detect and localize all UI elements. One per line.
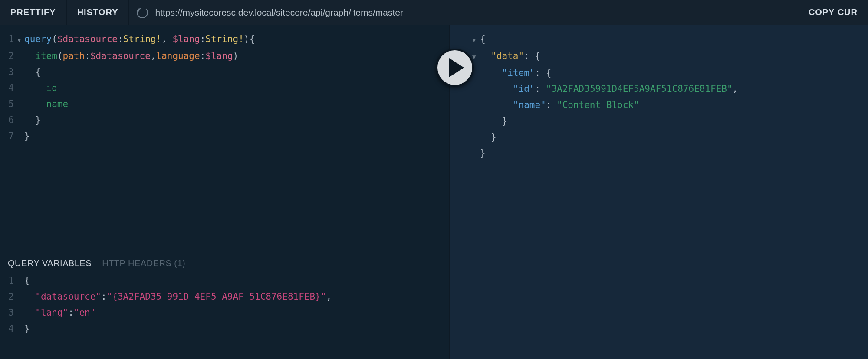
fold-caret-icon (17, 48, 24, 64)
fold-caret-icon (17, 112, 24, 128)
history-button[interactable]: HISTORY (67, 0, 129, 25)
fold-caret-icon[interactable]: ▼ (472, 31, 480, 48)
tab-http-headers[interactable]: HTTP HEADERS (1) (102, 258, 185, 268)
result-line: { (480, 31, 486, 48)
main-split: 1 ▼ query($datasource:String!, $lang:Str… (0, 25, 868, 359)
code-line: item(path:$datasource,language:$lang) (24, 48, 238, 64)
fold-caret-icon (17, 289, 24, 305)
result-line: "item": { (480, 65, 551, 81)
fold-caret-icon (472, 97, 480, 113)
fold-caret-icon (472, 113, 480, 129)
fold-caret-icon (472, 129, 480, 145)
line-number: 4 (0, 321, 17, 337)
line-number: 4 (0, 80, 17, 96)
endpoint-input[interactable] (154, 7, 789, 18)
line-number: 7 (0, 128, 17, 144)
endpoint-field-wrap (129, 0, 797, 25)
fold-caret-icon (17, 305, 24, 321)
fold-caret-icon (17, 273, 24, 289)
code-line: "datasource":"{3A2FAD35-991D-4EF5-A9AF-5… (24, 289, 332, 305)
run-button[interactable] (436, 49, 474, 87)
line-number: 2 (0, 289, 17, 305)
result-line: "id": "3A2FAD35991D4EF5A9AF51C876E81FEB"… (480, 81, 738, 97)
play-icon (449, 58, 464, 77)
prettify-button[interactable]: PRETTIFY (0, 0, 67, 25)
code-line: query($datasource:String!, $lang:String!… (24, 31, 255, 48)
result-line: } (480, 113, 507, 129)
fold-caret-icon (17, 80, 24, 96)
code-line: name (24, 96, 68, 112)
run-button-wrap (436, 49, 474, 87)
result-line: "name": "Content Block" (480, 97, 639, 113)
fold-caret-icon (17, 321, 24, 337)
variables-panel: QUERY VARIABLES HTTP HEADERS (1) 1 { 2 "… (0, 252, 449, 359)
result-line: } (480, 145, 486, 161)
variables-tabs: QUERY VARIABLES HTTP HEADERS (1) (0, 252, 449, 271)
reload-icon[interactable] (137, 7, 148, 18)
fold-caret-icon (472, 145, 480, 161)
line-number: 2 (0, 48, 17, 64)
code-line: } (24, 112, 41, 128)
code-line: id (24, 80, 57, 96)
code-line: } (24, 321, 30, 337)
query-column: 1 ▼ query($datasource:String!, $lang:Str… (0, 25, 450, 359)
fold-caret-icon (17, 128, 24, 144)
fold-caret-icon (17, 96, 24, 112)
query-editor[interactable]: 1 ▼ query($datasource:String!, $lang:Str… (0, 25, 449, 252)
result-line: } (480, 129, 496, 145)
code-line: { (24, 273, 30, 289)
fold-caret-icon[interactable]: ▼ (17, 31, 24, 48)
code-line: { (24, 64, 41, 80)
tab-query-variables[interactable]: QUERY VARIABLES (8, 258, 92, 268)
result-viewer[interactable]: ▼ { ▼ "data": { "item": { "id": "3A2FAD3… (450, 25, 868, 161)
code-line: "lang":"en" (24, 305, 95, 321)
toolbar: PRETTIFY HISTORY COPY CUR (0, 0, 868, 25)
line-number: 5 (0, 96, 17, 112)
line-number: 1 (0, 273, 17, 289)
variables-editor[interactable]: 1 { 2 "datasource":"{3A2FAD35-991D-4EF5-… (0, 271, 449, 337)
result-column: ▼ { ▼ "data": { "item": { "id": "3A2FAD3… (450, 25, 868, 359)
result-line: "data": { (480, 48, 540, 65)
fold-caret-icon (17, 64, 24, 80)
line-number: 1 (0, 31, 17, 48)
line-number: 3 (0, 64, 17, 80)
line-number: 3 (0, 305, 17, 321)
line-number: 6 (0, 112, 17, 128)
code-line: } (24, 128, 30, 144)
copy-curl-button[interactable]: COPY CUR (798, 0, 868, 25)
